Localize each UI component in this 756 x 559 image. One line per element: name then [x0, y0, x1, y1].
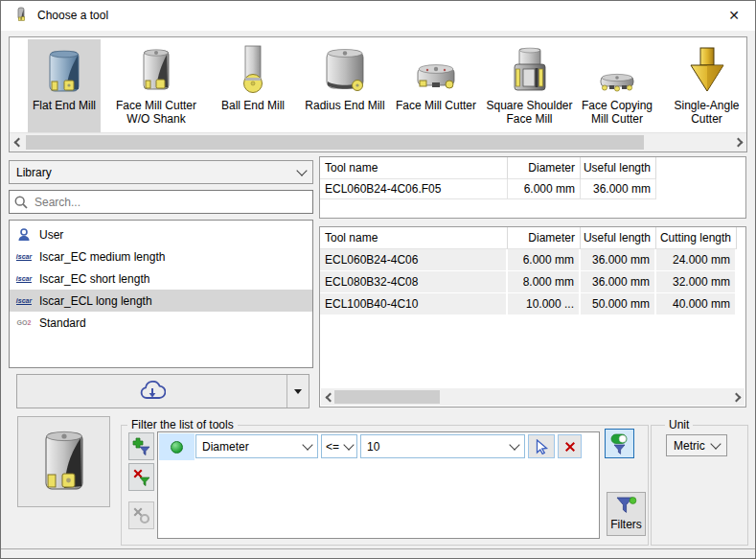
- tool-type-label: Face Copying Mill Cutter: [577, 99, 657, 126]
- iscar-logo-icon: iscar: [15, 275, 33, 283]
- tree-item-label: Iscar_EC short length: [39, 272, 149, 286]
- cell-diameter: 6.000 mm: [508, 249, 581, 270]
- filter-field-value: Diameter: [202, 440, 249, 454]
- filter-field-combobox[interactable]: Diameter: [195, 434, 318, 458]
- tool-type-strip: Flat End Mill Face Mill Cutter W/O Shank: [9, 36, 747, 152]
- tool-strip-scrollbar[interactable]: [10, 132, 746, 151]
- column-header-tool-name[interactable]: Tool name: [320, 227, 508, 249]
- filter-active-dot-icon: [171, 441, 183, 454]
- table-row[interactable]: ECL080B32-4C08 8.000 mm 36.000 mm 32.000…: [320, 271, 745, 292]
- tree-item-iscar-ecl-long[interactable]: iscar Iscar_ECL long length: [10, 290, 312, 312]
- download-button[interactable]: [17, 375, 287, 408]
- title-bar: Choose a tool ✕: [1, 1, 755, 31]
- tree-item-iscar-ec-medium[interactable]: iscar Iscar_EC medium length: [10, 245, 312, 268]
- remove-filter-button[interactable]: [128, 463, 154, 491]
- add-filter-icon: [132, 437, 150, 455]
- table-row[interactable]: ECL100B40-4C10 10.000 ... 50.000 mm 40.0…: [320, 293, 745, 314]
- face-mill-cutter-icon: [391, 39, 481, 95]
- column-header-cutting-length[interactable]: Cutting length: [656, 227, 737, 249]
- close-icon[interactable]: ✕: [722, 5, 745, 26]
- chevron-down-icon: [302, 439, 312, 450]
- table-header-row: Tool name Diameter Useful length Cutting…: [320, 227, 745, 249]
- tree-item-label: Iscar_EC medium length: [39, 250, 165, 264]
- tool-type-square-shoulder-face-mill[interactable]: Square Shoulder Face Mill: [483, 39, 576, 132]
- tool-list-table: Tool name Diameter Useful length Cutting…: [319, 226, 746, 408]
- tree-item-label: Iscar_ECL long length: [39, 294, 152, 308]
- tool-type-face-copying-mill-cutter[interactable]: Face Copying Mill Cutter: [577, 39, 657, 132]
- filter-value-combobox[interactable]: 10: [360, 434, 525, 458]
- table-row[interactable]: ECL060B24-4C06 6.000 mm 36.000 mm 24.000…: [320, 249, 745, 270]
- cell-useful-length: 36.000 mm: [581, 249, 656, 270]
- scrollbar-thumb[interactable]: [334, 390, 440, 404]
- filter-operator-combobox[interactable]: <=: [321, 434, 357, 458]
- table-row[interactable]: ECL060B24-4C06.F05 6.000 mm 36.000 mm: [320, 179, 745, 199]
- radius-end-mill-icon: [300, 39, 390, 95]
- delete-filter-button[interactable]: [558, 434, 582, 458]
- column-header-tool-name[interactable]: Tool name: [320, 157, 508, 179]
- tree-item-iscar-ec-short[interactable]: iscar Iscar_EC short length: [10, 268, 312, 290]
- pick-filter-button[interactable]: [528, 434, 555, 458]
- tool-type-label: Face Mill Cutter W/O Shank: [108, 99, 204, 126]
- unit-combobox[interactable]: Metric: [666, 434, 727, 456]
- chevron-down-icon: [343, 439, 354, 450]
- combine-filters-button-disabled: [128, 501, 154, 529]
- scroll-right-icon[interactable]: [729, 388, 745, 406]
- filter-row-selector[interactable]: [159, 433, 195, 460]
- ball-end-mill-icon: [209, 39, 297, 95]
- tool-type-single-angle-cutter[interactable]: Single-Angle Cutter: [661, 39, 752, 132]
- delete-filter-icon: [564, 441, 576, 453]
- cell-useful-length: 36.000 mm: [581, 271, 656, 292]
- tool-type-label: Flat End Mill: [28, 99, 101, 112]
- filter-value: 10: [367, 440, 379, 454]
- cell-diameter: 10.000 ...: [508, 293, 581, 314]
- unit-group-label: Unit: [665, 418, 693, 431]
- library-source-combobox[interactable]: Library: [9, 160, 313, 184]
- square-shoulder-face-mill-icon: [483, 39, 576, 95]
- search-box[interactable]: [9, 190, 313, 214]
- cursor-arrow-icon: [535, 439, 549, 454]
- scroll-left-icon[interactable]: [10, 133, 25, 151]
- go2-logo-icon: GO2: [15, 319, 33, 326]
- selected-tool-table: Tool name Diameter Useful length ECL060B…: [319, 156, 746, 219]
- cell-useful-length: 36.000 mm: [581, 179, 656, 199]
- tool-type-face-mill-cutter[interactable]: Face Mill Cutter: [391, 39, 481, 132]
- cloud-download-icon: [139, 381, 166, 402]
- enable-filters-toggle-button[interactable]: [605, 429, 634, 458]
- tool-type-ball-end-mill[interactable]: Ball End Mill: [209, 39, 297, 132]
- user-icon: [15, 228, 33, 242]
- tree-item-user[interactable]: User: [10, 223, 312, 245]
- library-source-value: Library: [16, 166, 52, 179]
- tool-type-face-mill-cutter-wo-shank[interactable]: Face Mill Cutter W/O Shank: [108, 39, 204, 132]
- library-tree: User iscar Iscar_EC medium length iscar …: [9, 220, 313, 368]
- tool-type-label: Ball End Mill: [209, 99, 297, 112]
- chevron-down-icon: [509, 439, 519, 450]
- face-mill-wo-shank-icon: [108, 39, 204, 95]
- column-header-useful-length[interactable]: Useful length: [581, 227, 656, 249]
- add-filter-button[interactable]: [128, 432, 154, 460]
- tree-item-label: User: [39, 228, 63, 242]
- column-header-diameter[interactable]: Diameter: [508, 227, 581, 249]
- scrollbar-thumb[interactable]: [26, 135, 644, 150]
- scroll-right-icon[interactable]: [731, 133, 746, 151]
- filters-button[interactable]: Filters: [607, 492, 646, 536]
- dialog-bottom-frame: [1, 548, 755, 549]
- download-options-dropdown[interactable]: [286, 375, 309, 408]
- column-header-useful-length[interactable]: Useful length: [581, 157, 656, 179]
- column-header-diameter[interactable]: Diameter: [508, 157, 581, 179]
- cell-tool-name: ECL060B24-4C06.F05: [320, 179, 508, 199]
- tool-type-radius-end-mill[interactable]: Radius End Mill: [300, 39, 390, 132]
- flat-end-mill-icon: [28, 39, 101, 95]
- tool-type-flat-end-mill[interactable]: Flat End Mill: [28, 39, 101, 132]
- tool-list-scrollbar[interactable]: [321, 388, 745, 406]
- filter-group-label: Filter the list of tools: [127, 418, 238, 431]
- cell-cutting-length: 24.000 mm: [656, 249, 737, 270]
- iscar-logo-icon: iscar: [15, 297, 33, 305]
- search-input[interactable]: [33, 195, 308, 210]
- face-copying-mill-cutter-icon: [577, 39, 657, 95]
- caret-down-icon: [294, 389, 302, 394]
- tool-type-label: Single-Angle Cutter: [661, 99, 752, 126]
- filters-funnel-icon: [616, 497, 637, 515]
- selected-tool-render: [36, 429, 92, 496]
- tool-preview-image: [17, 416, 110, 507]
- tree-item-standard[interactable]: GO2 Standard: [10, 312, 312, 334]
